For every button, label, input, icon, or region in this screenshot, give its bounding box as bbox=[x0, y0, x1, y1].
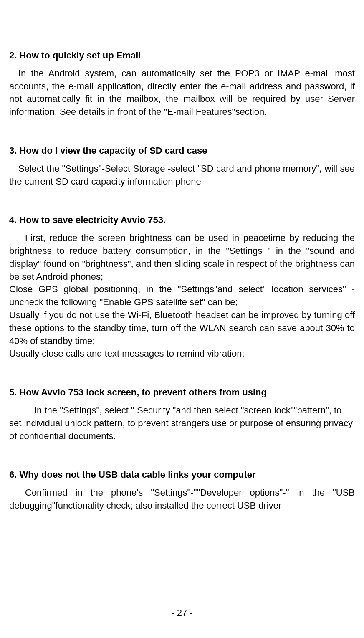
section-5-p1: In the "Settings", select " Security "an… bbox=[9, 404, 355, 443]
heading-3: 3. How do I view the capacity of SD card… bbox=[9, 144, 355, 157]
section-3: 3. How do I view the capacity of SD card… bbox=[9, 144, 355, 188]
section-4: 4. How to save electricity Avvio 753. Fi… bbox=[9, 214, 355, 360]
section-4-p2: Close GPS global positioning, in the "Se… bbox=[9, 283, 355, 309]
section-2: 2. How to quickly set up Email In the An… bbox=[9, 49, 355, 119]
section-6-p1: Confirmed in the phone's "Settings"-""De… bbox=[9, 486, 355, 512]
section-4-p4: Usually close calls and text messages to… bbox=[9, 347, 355, 360]
heading-2: 2. How to quickly set up Email bbox=[9, 49, 355, 62]
heading-6: 6. Why does not the USB data cable links… bbox=[9, 468, 355, 481]
section-3-p1: Select the "Settings"-Select Storage -se… bbox=[9, 162, 355, 188]
heading-4: 4. How to save electricity Avvio 753. bbox=[9, 214, 355, 227]
page-content: 2. How to quickly set up Email In the An… bbox=[0, 0, 364, 512]
section-4-p3: Usually if you do not use the Wi-Fi, Blu… bbox=[9, 309, 355, 347]
page-number: - 27 - bbox=[0, 607, 364, 620]
section-2-p1: In the Android system, can automatically… bbox=[9, 67, 355, 119]
heading-5: 5. How Avvio 753 lock screen, to prevent… bbox=[9, 386, 355, 399]
section-5: 5. How Avvio 753 lock screen, to prevent… bbox=[9, 386, 355, 443]
section-6: 6. Why does not the USB data cable links… bbox=[9, 468, 355, 512]
section-4-p1: First, reduce the screen brightness can … bbox=[9, 232, 355, 283]
